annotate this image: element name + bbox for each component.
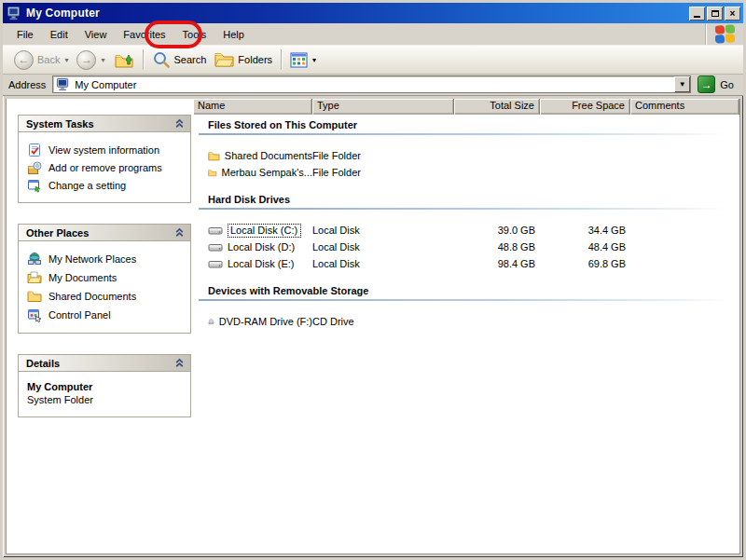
sidebar-item-add-or-remove-programs[interactable]: Add or remove programs [27,158,186,176]
task-item-label: Shared Documents [48,291,136,302]
task-item-label: Control Panel [48,309,111,321]
back-button[interactable]: ← Back ▾ [10,48,72,72]
task-item-label: My Documents [48,272,117,283]
sidebar-item-my-network-places[interactable]: My Network Places [27,250,186,268]
list-item-local-disk-e[interactable]: Local Disk (E:) Local Disk 98.4 GB 69.8 … [193,255,739,272]
task-item-label: Add or remove programs [48,162,162,173]
panel-details-header[interactable]: Details [19,355,190,372]
column-header-free-space[interactable]: Free Space [540,99,630,115]
title-bar: My Computer × [3,3,743,23]
sidebar-item-change-a-setting[interactable]: Change a setting [27,176,186,194]
go-button[interactable]: → Go [698,75,739,93]
toolbar: ← Back ▾ → ▾ Search [3,46,743,75]
back-dropdown-caret[interactable]: ▾ [64,56,68,64]
windows-logo [705,23,743,45]
my-computer-window: My Computer × File Edit View Favorites T… [0,0,746,560]
system-info-icon [27,143,42,157]
panel-title: System Tasks [26,118,94,130]
hard-disk-icon [208,224,223,237]
my-documents-icon [27,270,42,285]
item-name: Local Disk (E:) [228,258,295,269]
list-item-shared-documents[interactable]: Shared Documents File Folder [193,147,739,164]
item-total-size: 98.4 GB [454,258,540,269]
menu-tools[interactable]: Tools [174,25,215,44]
views-button[interactable]: ▾ [286,50,320,70]
menu-edit[interactable]: Edit [42,25,76,44]
forward-icon: → [76,50,96,70]
list-item-merbau-sempak[interactable]: Merbau Sempak's... File Folder [193,164,739,181]
item-type: Local Disk [312,225,454,236]
network-places-icon [27,252,42,266]
task-item-label: View system information [48,144,159,156]
toolbar-separator [281,49,282,70]
panel-other-places-header[interactable]: Other Places [19,225,190,241]
section-heading-files: Files Stored on This Computer [208,119,739,130]
search-icon [152,50,171,69]
item-type: File Folder [312,150,454,161]
folder-icon [208,166,217,180]
column-header-type[interactable]: Type [312,99,454,115]
menu-file[interactable]: File [8,25,42,44]
views-dropdown-caret[interactable]: ▾ [312,56,316,64]
sidebar-item-control-panel[interactable]: Control Panel [27,306,186,324]
item-free-space: 69.8 GB [540,258,630,269]
sidebar-item-my-documents[interactable]: My Documents [27,268,186,287]
item-name: Local Disk (D:) [228,241,295,253]
chevron-up-icon[interactable] [174,118,185,129]
chevron-up-icon[interactable] [174,227,185,238]
address-label: Address [8,79,46,90]
up-icon [114,49,134,70]
address-input[interactable]: My Computer ▼ [52,75,691,93]
folders-button[interactable]: Folders [211,49,276,70]
close-button[interactable]: × [725,7,740,20]
address-dropdown-button[interactable]: ▼ [674,76,690,92]
item-type: CD Drive [312,316,454,327]
section-heading-removable-storage: Devices with Removable Storage [208,285,739,296]
address-bar: Address My Computer ▼ → Go [3,75,743,96]
address-computer-icon [56,77,70,91]
menu-favorites[interactable]: Favorites [115,25,173,44]
sidebar: System Tasks View system information [7,99,193,553]
window-title: My Computer [26,7,687,20]
sidebar-item-view-system-information[interactable]: View system information [27,141,186,158]
minimize-button[interactable] [689,7,705,20]
item-free-space: 34.4 GB [540,225,630,236]
details-item-subtitle: System Folder [27,394,185,405]
item-type: Local Disk [312,241,454,253]
menu-help[interactable]: Help [214,25,253,44]
column-header-comments[interactable]: Comments [630,99,739,115]
back-icon: ← [14,50,34,70]
column-header-total-size[interactable]: Total Size [454,99,540,115]
views-icon [290,52,308,68]
panel-title: Other Places [26,227,89,239]
panel-title: Details [26,358,60,369]
list-item-local-disk-c[interactable]: Local Disk (C:) Local Disk 39.0 GB 34.4 … [193,222,739,239]
menu-view[interactable]: View [76,25,116,44]
list-item-dvd-ram-drive-f[interactable]: DVD-RAM Drive (F:) CD Drive [193,313,739,330]
item-type: Local Disk [312,258,454,269]
go-label: Go [720,79,734,90]
forward-dropdown-caret[interactable]: ▾ [101,56,104,64]
maximize-button[interactable] [707,7,723,20]
section-heading-hard-disks: Hard Disk Drives [208,194,739,205]
item-type: File Folder [312,167,454,178]
back-label: Back [37,54,60,65]
panel-details: Details My Computer System Folder [18,354,191,417]
add-remove-programs-icon [27,160,42,175]
panel-system-tasks-header[interactable]: System Tasks [19,116,190,132]
panel-system-tasks: System Tasks View system information [18,115,191,203]
go-icon: → [698,75,715,93]
column-header-name[interactable]: Name [193,99,312,115]
item-name: Merbau Sempak's... [222,167,312,178]
details-item-title: My Computer [27,381,185,392]
sidebar-item-shared-documents[interactable]: Shared Documents [27,287,186,306]
task-item-label: Change a setting [48,180,126,191]
up-button[interactable] [110,48,138,72]
shared-documents-icon [27,289,42,304]
change-setting-icon [27,178,42,193]
item-total-size: 39.0 GB [454,225,540,236]
forward-button[interactable]: → ▾ [73,48,108,72]
search-button[interactable]: Search [148,48,211,71]
list-item-local-disk-d[interactable]: Local Disk (D:) Local Disk 48.8 GB 48.4 … [193,239,739,255]
chevron-up-icon[interactable] [174,358,185,368]
